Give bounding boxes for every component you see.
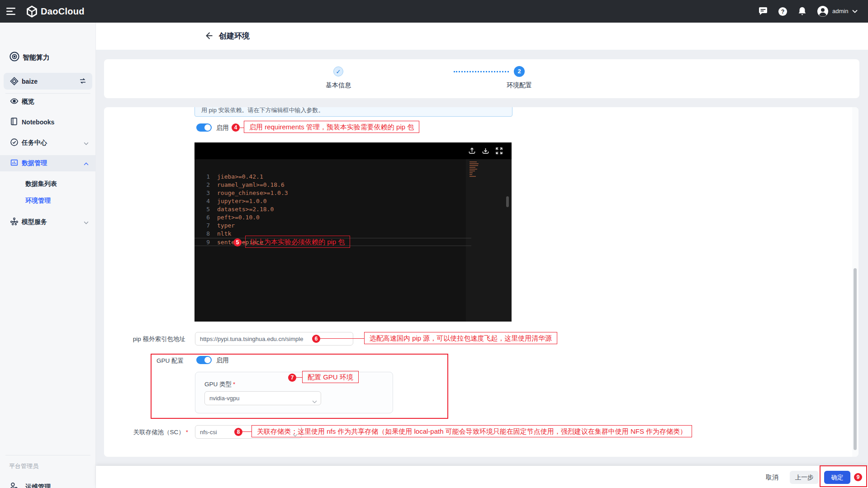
- requirements-toggle-label: 启用: [216, 123, 229, 132]
- step-2-label: 环境配置: [496, 81, 543, 90]
- step-1-label: 基本信息: [315, 81, 362, 90]
- sidebar-divider: [5, 93, 90, 94]
- previous-step-button[interactable]: 上一步: [790, 471, 819, 484]
- person-gear-icon: [9, 482, 19, 488]
- sidebar-item-data-management[interactable]: 数据管理: [0, 155, 96, 171]
- help-icon[interactable]: ?: [778, 0, 787, 23]
- chat-icon[interactable]: [758, 0, 768, 23]
- scrollbar-thumb[interactable]: [854, 268, 857, 450]
- code-line: 7typer: [194, 222, 471, 230]
- sidebar-item-task-center[interactable]: 任务中心: [0, 135, 96, 151]
- required-mark: *: [186, 429, 188, 436]
- gpu-toggle-label: 启用: [216, 356, 229, 364]
- chevron-down-icon: [84, 139, 89, 147]
- gpu-type-select[interactable]: nvidia-vgpu: [204, 391, 321, 405]
- toggle-knob: [204, 357, 211, 363]
- required-mark: *: [233, 381, 235, 388]
- username-label[interactable]: admin: [832, 0, 848, 23]
- annotation-leader-5: [242, 242, 245, 242]
- code-line: 5datasets>=2.18.0: [194, 205, 471, 213]
- environment-config-form: 用 pip 安装依赖。请在下方编辑框中输入参数。 启用 4 启用 require…: [104, 107, 859, 457]
- menu-icon[interactable]: [6, 0, 16, 23]
- sidebar-item-dataset-list[interactable]: 数据集列表: [25, 180, 57, 188]
- eye-icon: [10, 97, 19, 107]
- code-line: 2ruamel_yaml>=0.18.6: [194, 181, 471, 189]
- gpu-section-label: GPU 配置: [104, 357, 184, 365]
- annotation-badge-9: 9: [854, 473, 862, 481]
- annotation-leader-4: [240, 128, 244, 128]
- code-line: 6peft>=0.10.0: [194, 213, 471, 222]
- step-1-done-circle[interactable]: ✓: [333, 66, 343, 76]
- toggle-knob: [204, 124, 211, 131]
- code-line: 4jupyter>=1.0.0: [194, 197, 471, 205]
- annotation-text-5: 以上为本实验必须依赖的 pip 包: [245, 236, 350, 248]
- sidebar-workspace-baize[interactable]: baize: [4, 73, 92, 90]
- pip-index-label: pip 额外索引包地址: [104, 335, 185, 343]
- page-title: 创建环境: [219, 23, 250, 50]
- bell-icon[interactable]: [797, 0, 807, 23]
- model-nodes-icon: [10, 217, 19, 227]
- gem-icon: [10, 77, 19, 87]
- target-icon: [9, 51, 20, 64]
- user-avatar[interactable]: [817, 0, 829, 23]
- annotation-leader-6: [320, 338, 364, 339]
- back-arrow-icon[interactable]: [204, 31, 213, 43]
- sidebar-divider: [5, 455, 90, 455]
- requirements-toggle[interactable]: [196, 123, 212, 132]
- confirm-button[interactable]: 确定: [824, 471, 850, 484]
- fullscreen-icon[interactable]: [495, 147, 503, 156]
- editor-scrollbar-thumb[interactable]: [506, 196, 509, 207]
- brand-name[interactable]: DaoCloud: [41, 0, 85, 23]
- editor-toolbar: [194, 142, 512, 159]
- annotation-text-6: 选配高速国内 pip 源，可以使拉包速度飞起，这里使用清华源: [364, 332, 557, 344]
- check-icon: ✓: [336, 68, 341, 75]
- steps-card: ✓ 2 基本信息 环境配置: [104, 59, 859, 98]
- editor-minimap-column: [466, 159, 512, 322]
- pip-info-note: 用 pip 安装依赖。请在下方编辑框中输入参数。: [194, 107, 512, 117]
- storage-class-label: 关联存储池（SC）*: [104, 428, 188, 436]
- annotation-badge-4: 4: [232, 123, 240, 132]
- download-icon[interactable]: [482, 147, 489, 156]
- chevron-down-icon: [84, 218, 89, 226]
- gpu-toggle[interactable]: [196, 356, 212, 364]
- footer-action-bar: [96, 466, 868, 488]
- switch-workspace-icon[interactable]: [79, 77, 87, 87]
- annotation-badge-7: 7: [288, 374, 296, 382]
- sidebar-item-notebooks[interactable]: Notebooks: [0, 114, 96, 130]
- editor-minimap: [470, 161, 480, 178]
- annotation-leader-8: [242, 431, 251, 432]
- sidebar-product: 智能算力: [0, 51, 96, 64]
- annotation-text-7: 配置 GPU 环境: [302, 371, 359, 383]
- code-lines: 1jieba>=0.42.1 2ruamel_yaml>=0.18.6 3rou…: [194, 173, 471, 246]
- sidebar: 智能算力 baize 概览 Notebooks: [0, 23, 96, 488]
- annotation-leader-7: [296, 377, 302, 378]
- code-line: 1jieba>=0.42.1: [194, 173, 471, 181]
- product-name: 智能算力: [23, 53, 50, 62]
- annotation-badge-5: 5: [233, 238, 242, 246]
- step-connector-dots: [454, 71, 509, 72]
- sidebar-item-overview[interactable]: 概览: [0, 94, 96, 109]
- sidebar-item-ops-management[interactable]: 运维管理: [0, 479, 96, 488]
- step-2-circle[interactable]: 2: [514, 66, 525, 77]
- code-line: 3rouge_chinese>=1.0.3: [194, 189, 471, 197]
- daocloud-logo-icon[interactable]: [26, 0, 38, 23]
- app-root: DaoCloud ? admin 智能算力 baize: [0, 0, 868, 488]
- top-navbar: DaoCloud ? admin: [0, 0, 868, 23]
- page-header: 创建环境: [96, 23, 868, 50]
- annotation-badge-6: 6: [312, 335, 320, 343]
- annotation-text-8: 关联存储类；这里使用 nfs 作为共享存储（如果使用 local-path 可能…: [251, 425, 692, 437]
- requirements-code-editor[interactable]: 1jieba>=0.42.1 2ruamel_yaml>=0.18.6 3rou…: [194, 142, 512, 322]
- sidebar-item-model-services[interactable]: 模型服务: [0, 214, 96, 230]
- upload-icon[interactable]: [468, 147, 476, 156]
- pip-index-input[interactable]: [195, 332, 353, 346]
- cancel-button[interactable]: 取消: [762, 471, 783, 483]
- workspace-name: baize: [22, 78, 38, 85]
- notebook-icon: [10, 117, 19, 128]
- sidebar-item-environment-management[interactable]: 环境管理: [25, 197, 51, 205]
- user-menu-chevron-icon[interactable]: [852, 0, 858, 23]
- data-chart-icon: [10, 158, 19, 169]
- annotation-text-4: 启用 requirements 管理，预装本实验需要依赖的 pip 包: [244, 121, 419, 133]
- gpu-type-label: GPU 类型*: [204, 380, 235, 389]
- annotation-badge-8: 8: [234, 428, 242, 436]
- svg-text:?: ?: [781, 8, 785, 14]
